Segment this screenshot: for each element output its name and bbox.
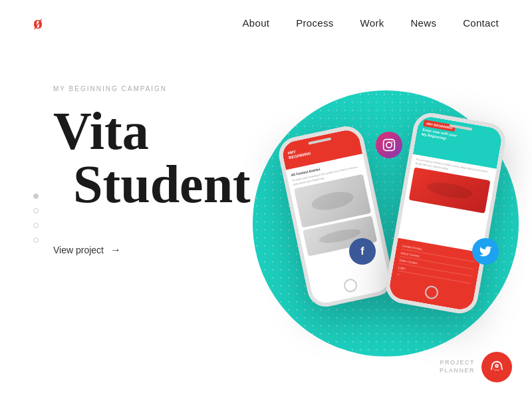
slide-dot-2[interactable] xyxy=(33,208,39,213)
nav-contact[interactable]: Contact xyxy=(463,17,499,29)
main-content: MY BEGINNING CAMPAIGN Vita Student View … xyxy=(0,45,532,391)
hero-title-line1: Vita xyxy=(53,102,149,160)
site-header: ø About Process Work News Contact xyxy=(0,0,532,45)
instagram-icon[interactable] xyxy=(376,132,402,158)
nav-work[interactable]: Work xyxy=(360,17,384,29)
rocket-icon xyxy=(489,360,504,374)
phone-left-screen: #MYBEGINNING All Contest Entries To ente… xyxy=(281,128,392,305)
slide-dot-1[interactable] xyxy=(33,194,39,199)
svg-rect-0 xyxy=(384,140,395,151)
hero-title: Vita Student xyxy=(53,104,239,211)
hero-left: MY BEGINNING CAMPAIGN Vita Student View … xyxy=(0,45,239,391)
twitter-svg xyxy=(479,245,492,258)
phone-right-screen: #MY BEGINNING Enter now with yourMy Begi… xyxy=(388,115,503,312)
main-nav: About Process Work News Contact xyxy=(243,17,499,29)
svg-point-1 xyxy=(386,142,392,148)
campaign-label: MY BEGINNING CAMPAIGN xyxy=(53,85,239,92)
view-project-label: View project xyxy=(53,245,104,255)
project-planner-fab[interactable]: PROJECTPLANNER xyxy=(440,352,512,382)
twitter-icon[interactable] xyxy=(472,238,499,265)
logo[interactable]: ø xyxy=(33,13,43,32)
nav-news[interactable]: News xyxy=(410,17,436,29)
nav-about[interactable]: About xyxy=(243,17,270,29)
hero-title-line2: Student xyxy=(53,158,239,211)
view-project-link[interactable]: View project → xyxy=(53,244,239,256)
project-planner-button[interactable] xyxy=(481,352,512,382)
instagram-svg xyxy=(382,138,396,152)
slide-indicators xyxy=(33,194,39,243)
nav-process[interactable]: Process xyxy=(296,17,333,29)
hero-right: #MYBEGINNING All Contest Entries To ente… xyxy=(239,45,532,391)
svg-point-2 xyxy=(392,141,393,142)
facebook-icon[interactable]: f xyxy=(349,238,376,265)
slide-dot-3[interactable] xyxy=(33,223,39,228)
phone-right-menu: Contest Entries About Contest Enter Cont… xyxy=(388,238,482,312)
arrow-icon: → xyxy=(110,244,121,256)
slide-dot-4[interactable] xyxy=(33,237,39,243)
phone-left-header-text: #MYBEGINNING xyxy=(287,146,311,160)
project-planner-label: PROJECTPLANNER xyxy=(440,359,475,374)
